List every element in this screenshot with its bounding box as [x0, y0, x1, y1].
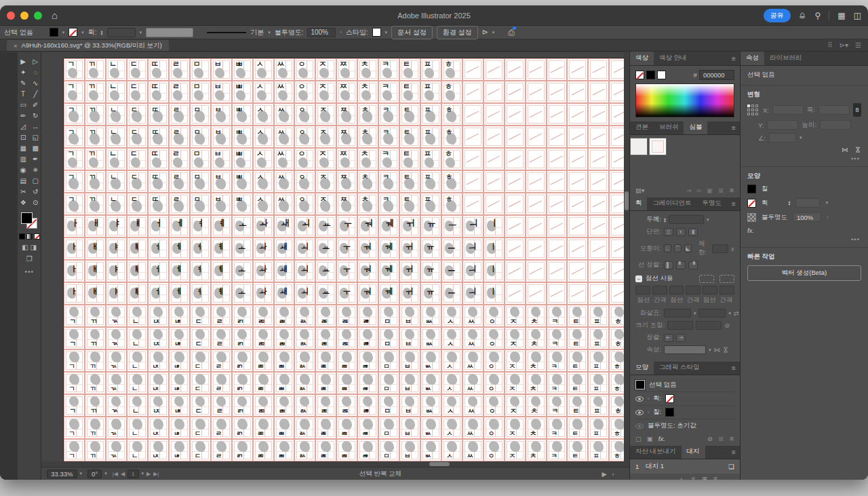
arrow-start-dropdown[interactable]	[664, 309, 691, 318]
opacity-chevron-icon[interactable]: ›	[340, 30, 341, 35]
artboard-tool[interactable]: ▢	[31, 176, 41, 185]
eyedropper-tool[interactable]: ✒	[31, 154, 41, 164]
weight-stepper[interactable]: ▴▾	[664, 217, 666, 223]
duplicate-item-icon[interactable]: ⊞	[718, 435, 724, 442]
vertical-scroll-thumb[interactable]	[625, 191, 629, 210]
delete-item-icon[interactable]: ✖	[729, 435, 734, 442]
more-appearance-options-icon[interactable]: •••	[747, 235, 861, 244]
delete-artboard-icon[interactable]: ✖	[713, 475, 718, 480]
home-icon[interactable]: ⌂	[52, 10, 58, 20]
line-segment-tool[interactable]: ╱	[31, 89, 41, 98]
horizontal-scroll-thumb[interactable]	[429, 462, 450, 466]
edit-toolbar-icon[interactable]: •••	[24, 268, 34, 275]
tab-color-guide[interactable]: 색상 안내	[654, 52, 692, 65]
artboards-panel-menu-icon[interactable]: ≡	[728, 449, 740, 459]
type-tool[interactable]: T	[18, 89, 28, 98]
rotate-tool[interactable]: ↻	[31, 111, 41, 120]
constrain-proportions-icon[interactable]: 8	[853, 103, 861, 117]
butt-cap-icon[interactable]: ▯	[664, 228, 673, 236]
status-expand-icon[interactable]: ‹	[612, 470, 614, 478]
tab-asset-export[interactable]: 자산 내보내기	[630, 445, 682, 459]
symbol-sprayer-tool[interactable]: ✳	[31, 165, 41, 174]
props-stroke-stepper[interactable]: ▴▾	[788, 200, 790, 206]
props-stroke-field[interactable]	[795, 198, 820, 208]
appearance-panel-menu-icon[interactable]: ≡	[728, 364, 740, 375]
black-swatch[interactable]	[646, 71, 655, 79]
props-fx-icon[interactable]: fx.	[747, 227, 754, 234]
rotation-field[interactable]: 0°	[87, 470, 102, 478]
new-stroke-icon[interactable]: ▢	[635, 435, 642, 442]
props-fill-swatch[interactable]	[747, 185, 756, 193]
break-link-icon[interactable]: ∞	[696, 187, 701, 194]
new-symbol-icon[interactable]: ⊞	[718, 187, 724, 194]
width-tool[interactable]: ↔	[31, 121, 41, 131]
style-swatch[interactable]	[372, 28, 381, 37]
paintbrush-tool[interactable]: ✐	[31, 100, 41, 109]
tab-libraries[interactable]: 라이브러리	[764, 52, 808, 65]
align-center-icon[interactable]: ▌	[664, 261, 673, 269]
projecting-cap-icon[interactable]: ▮	[688, 228, 698, 236]
arrow-scale-end-field[interactable]	[696, 321, 722, 330]
curvature-tool[interactable]: ∿	[31, 78, 41, 88]
artboard-glyph-grid[interactable]: ㄱㄲㄴㄷㄸㄹㅁㅂㅃㅅㅆㅇㅈㅉㅊㅋㅌㅍㅎㄱㄲㄴㄷㄸㄹㅁㅂㅃㅅㅆㅇㅈㅉㅊㅋㅌㅍㅎㄱㄲ…	[64, 58, 629, 467]
fill-indicator[interactable]	[21, 212, 33, 224]
symbol-libraries-icon[interactable]: ▤▾	[635, 187, 645, 194]
tab-symbols[interactable]: 심볼	[684, 121, 707, 134]
round-join-icon[interactable]: ⌒	[674, 244, 682, 252]
visibility-eye-icon[interactable]	[635, 396, 644, 402]
arrange-documents-icon[interactable]: ⠿	[827, 41, 832, 49]
props-opacity-chevron-icon[interactable]: ›	[827, 215, 828, 220]
dash-field[interactable]	[703, 286, 717, 294]
flip-across-icon[interactable]: ⋈	[722, 347, 730, 354]
height-field[interactable]	[820, 120, 851, 130]
selection-tool[interactable]: ▶	[18, 56, 28, 66]
stroke-weight-field[interactable]	[107, 28, 136, 37]
close-document-icon[interactable]: ×	[14, 42, 18, 50]
symbol-thumbnail[interactable]	[649, 138, 667, 155]
new-effect-icon[interactable]: fx.	[658, 435, 665, 442]
blend-tool[interactable]: ◉	[18, 165, 28, 174]
document-setup-button[interactable]: 문서 설정	[391, 26, 433, 39]
tab-swatches[interactable]: 견본	[630, 121, 654, 134]
symbol-options-icon[interactable]: ▣	[707, 187, 713, 194]
free-transform-tool[interactable]: ⊡	[18, 132, 28, 142]
stroke-weight-stepper[interactable]: ▴▾	[101, 30, 103, 35]
tab-stroke[interactable]: 획	[630, 197, 648, 210]
symbol-thumbnail[interactable]	[630, 138, 648, 155]
magic-wand-tool[interactable]: ✦	[18, 67, 28, 77]
visibility-eye-icon[interactable]	[635, 423, 644, 429]
appearance-opacity-row[interactable]: 불투명도: 초기값	[648, 421, 696, 430]
appearance-fill-swatch[interactable]	[665, 408, 674, 417]
column-graph-tool[interactable]: ▤	[18, 176, 28, 185]
props-stroke-swatch[interactable]	[747, 199, 756, 208]
canvas-viewport[interactable]: ㄱㄲㄴㄷㄸㄹㅁㅂㅃㅅㅆㅇㅈㅉㅊㅋㅌㅍㅎㄱㄲㄴㄷㄸㄹㅁㅂㅃㅅㅆㅇㅈㅉㅊㅋㅌㅍㅎㄱㄲ…	[41, 52, 629, 467]
new-fill-icon[interactable]: ▣	[647, 435, 653, 442]
capture-snapshot-icon[interactable]: ⎙	[508, 28, 515, 37]
color-panel-menu-icon[interactable]: ≡	[728, 55, 740, 65]
artboard-page-icon[interactable]: ❏	[728, 463, 734, 470]
clear-appearance-icon[interactable]: ⊘	[707, 435, 713, 442]
fullscreen-button[interactable]	[34, 12, 42, 20]
align-outside-icon[interactable]: ▝	[688, 261, 698, 269]
mesh-tool[interactable]: ▩	[31, 143, 41, 153]
stroke-color-swatch[interactable]	[68, 28, 77, 37]
miter-limit-field[interactable]	[712, 244, 728, 253]
generate-vectors-button[interactable]: 벡터 생성(Beta)	[747, 265, 861, 281]
last-artboard-icon[interactable]: ▶|	[153, 471, 159, 477]
dash-field[interactable]	[635, 286, 650, 294]
visibility-eye-icon[interactable]	[635, 410, 644, 415]
rotate-view-tool[interactable]: ↺	[31, 187, 41, 196]
gradient-mode-icon[interactable]	[26, 233, 33, 240]
align-dash-icon[interactable]	[719, 275, 734, 283]
share-button[interactable]: 공유	[764, 9, 791, 22]
gap-field[interactable]	[719, 286, 734, 294]
width-field[interactable]	[818, 105, 850, 115]
direct-selection-tool[interactable]: ▷	[31, 56, 41, 66]
props-opacity-field[interactable]: 100%	[793, 212, 821, 222]
tab-brushes[interactable]: 브러쉬	[654, 121, 684, 134]
horizontal-scrollbar[interactable]	[41, 461, 624, 467]
tab-color[interactable]: 색상	[630, 52, 654, 65]
shape-builder-tool[interactable]: ◱	[31, 132, 41, 142]
none-swatch[interactable]	[635, 71, 644, 79]
fill-stroke-indicator[interactable]	[21, 212, 37, 229]
